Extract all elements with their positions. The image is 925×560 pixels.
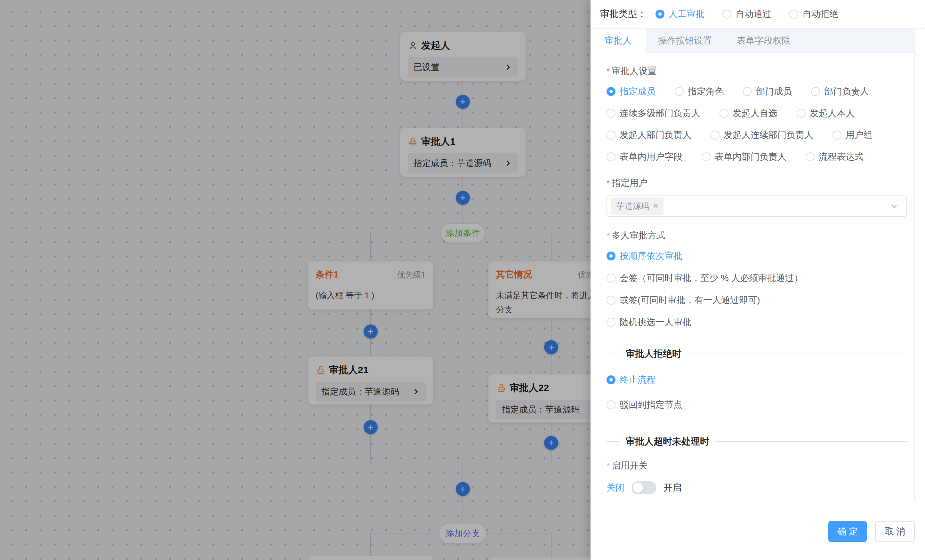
radio-auto-pass[interactable]: 自动通过	[722, 8, 771, 20]
radio-dept-leader[interactable]: 部门负责人	[811, 86, 869, 98]
radio-initiator-self[interactable]: 发起人本人	[797, 107, 854, 119]
divider-line	[687, 354, 907, 354]
radio-dot	[655, 10, 664, 18]
radio-dept-member[interactable]: 部门成员	[743, 86, 792, 98]
multi-approve-label: *多人审批方式	[607, 229, 907, 242]
radio-dot	[607, 87, 616, 96]
radio-dot	[607, 251, 616, 260]
tab-form-permissions[interactable]: 表单字段权限	[737, 35, 791, 47]
divider-line	[715, 441, 907, 442]
tab-approver[interactable]: 审批人	[591, 29, 646, 53]
toggle-knob	[633, 483, 643, 493]
drawer-tabs: 审批人 操作按钮设置 表单字段权限	[591, 28, 925, 53]
timeout-switch-row: 关闭 开启	[607, 481, 907, 494]
radio-dot	[607, 400, 616, 409]
reject-section-title: 审批人拒绝时	[620, 348, 687, 360]
approval-type-label: 审批类型：	[600, 8, 646, 21]
radio-countersign[interactable]: 会签（可同时审批，至少 % 人必须审批通过）	[607, 272, 907, 284]
radio-dot	[607, 318, 616, 327]
approver-setting-label: *审批人设置	[607, 65, 907, 77]
radio-dot	[607, 274, 616, 283]
approver-setting-row: 连续多级部门负责人 发起人自选 发起人本人	[607, 107, 907, 119]
radio-dot	[607, 375, 616, 384]
timeout-section-divider: 审批人超时未处理时	[607, 435, 907, 448]
radio-initiator-select[interactable]: 发起人自选	[720, 107, 777, 119]
radio-user-group[interactable]: 用户组	[833, 129, 872, 141]
radio-assigned-member[interactable]: 指定成员	[607, 86, 655, 98]
reject-section-divider: 审批人拒绝时	[607, 348, 907, 360]
enable-switch-label: *启用开关	[607, 459, 907, 472]
required-asterisk: *	[607, 66, 610, 76]
approver-setting-row: 指定成员 指定角色 部门成员 部门负责人	[607, 86, 907, 98]
radio-return-to-node[interactable]: 驳回到指定节点	[607, 399, 907, 411]
radio-assigned-role[interactable]: 指定角色	[675, 86, 724, 98]
assign-user-label: *指定用户	[607, 177, 907, 189]
divider-line	[607, 441, 620, 442]
required-asterisk: *	[607, 178, 610, 188]
radio-auto-reject[interactable]: 自动拒绝	[789, 8, 838, 20]
radio-dot	[702, 152, 711, 161]
required-asterisk: *	[607, 461, 610, 470]
radio-dot	[720, 109, 729, 118]
radio-dot	[811, 87, 820, 96]
switch-off-label: 关闭	[607, 482, 624, 494]
radio-form-user-field[interactable]: 表单内用户字段	[607, 151, 682, 163]
chevron-down-icon	[890, 202, 899, 211]
radio-random-one[interactable]: 随机挑选一人审批	[607, 316, 907, 328]
radio-dot	[797, 109, 806, 118]
radio-sequential-approve[interactable]: 按顺序依次审批	[607, 250, 907, 262]
assign-user-select[interactable]: 芋道源码 ✕	[607, 196, 907, 217]
drawer-footer: 确 定 取 消	[591, 501, 925, 560]
radio-dot	[743, 87, 752, 96]
timeout-toggle[interactable]	[631, 481, 657, 494]
radio-dot	[675, 87, 684, 96]
radio-multi-level-dept-leader[interactable]: 连续多级部门负责人	[607, 107, 700, 119]
approval-type-header: 审批类型： 人工审批 自动通过 自动拒绝	[591, 0, 925, 28]
divider-line	[607, 354, 620, 354]
tab-button-settings[interactable]: 操作按钮设置	[658, 35, 712, 47]
approver-setting-row: 发起人部门负责人 发起人连续部门负责人 用户组	[607, 129, 907, 141]
required-asterisk: *	[607, 231, 610, 240]
cancel-button[interactable]: 取 消	[875, 521, 915, 542]
radio-dot	[833, 131, 841, 140]
radio-dot	[789, 10, 798, 18]
radio-dot	[607, 296, 616, 305]
radio-dot	[806, 152, 815, 161]
switch-on-label: 开启	[663, 482, 681, 494]
radio-terminate-process[interactable]: 终止流程	[607, 374, 907, 386]
approver-setting-row: 表单内用户字段 表单内部门负责人 流程表达式	[607, 151, 907, 163]
radio-orsign[interactable]: 或签(可同时审批，有一人通过即可)	[607, 294, 907, 306]
radio-dot	[607, 152, 616, 161]
radio-dot	[607, 109, 616, 118]
radio-process-expression[interactable]: 流程表达式	[806, 151, 863, 163]
radio-dot	[711, 131, 720, 140]
tag-close-icon[interactable]: ✕	[652, 202, 658, 210]
timeout-section-title: 审批人超时未处理时	[620, 435, 715, 448]
radio-dot	[722, 10, 731, 18]
radio-initiator-multi-dept-leader[interactable]: 发起人连续部门负责人	[711, 129, 813, 141]
approver-settings-drawer: 审批类型： 人工审批 自动通过 自动拒绝 审批人 操作按钮设置 表单字段权限 *…	[591, 0, 925, 560]
confirm-button[interactable]: 确 定	[829, 521, 867, 542]
drawer-content: *审批人设置 指定成员 指定角色 部门成员 部门负责人 连续多级部门负责人 发起…	[591, 53, 925, 501]
radio-form-dept-leader[interactable]: 表单内部门负责人	[702, 151, 786, 163]
radio-dot	[607, 131, 616, 140]
radio-manual-approve[interactable]: 人工审批	[655, 8, 705, 20]
tab-strip: 操作按钮设置 表单字段权限	[646, 29, 915, 53]
user-tag: 芋道源码 ✕	[611, 197, 663, 215]
radio-initiator-dept-leader[interactable]: 发起人部门负责人	[607, 129, 691, 141]
